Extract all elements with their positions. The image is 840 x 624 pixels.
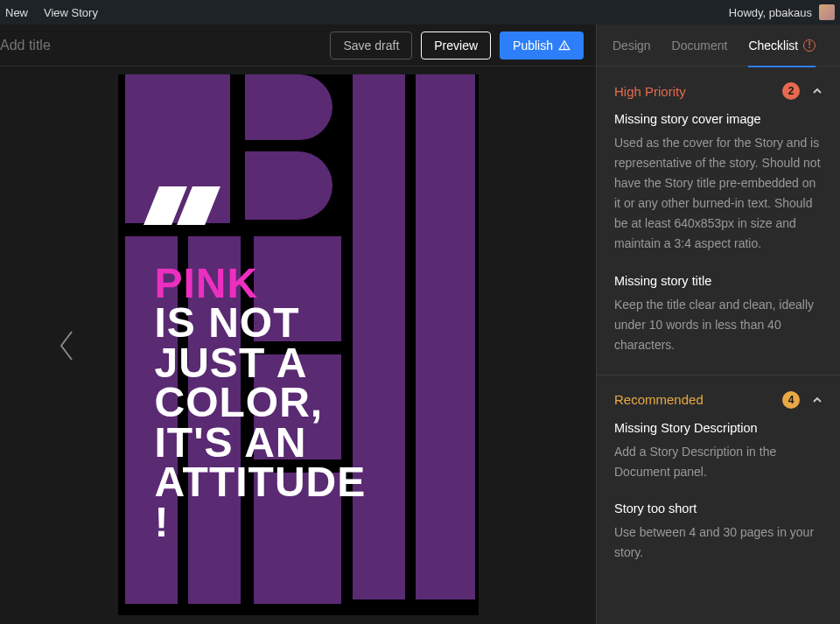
preview-button[interactable]: Preview (421, 32, 491, 60)
tab-design[interactable]: Design (612, 25, 651, 67)
story-canvas[interactable]: PINK IS NOT JUST A COLOR, IT'S AN ATTITU… (118, 74, 479, 615)
svg-point-1 (564, 47, 565, 48)
chevron-up-icon (812, 395, 822, 405)
tab-checklist-label: Checklist (748, 39, 798, 53)
admin-bar: New View Story Howdy, pbakaus (0, 0, 840, 25)
tab-checklist[interactable]: Checklist ! (748, 25, 816, 67)
section-recommended-title: Recommended (614, 392, 704, 407)
issue-desc: Add a Story Description in the Document … (614, 442, 822, 482)
issue-title: Missing Story Description (614, 421, 822, 435)
issue-item: Missing story cover image Used as the co… (597, 112, 840, 274)
story-title-input[interactable] (0, 31, 228, 60)
issue-desc: Use between 4 and 30 pages in your story… (614, 522, 822, 563)
issue-title: Story too short (614, 501, 822, 515)
issue-desc: Used as the cover for the Story and is r… (614, 133, 822, 255)
save-draft-button[interactable]: Save draft (330, 32, 412, 60)
headline-rest: IS NOT JUST A COLOR, IT'S AN ATTITUDE ! (155, 299, 367, 545)
admin-greeting: Howdy, pbakaus (729, 6, 812, 19)
issue-item: Missing story title Keep the title clear… (597, 274, 840, 375)
quote-mark-graphic (151, 186, 213, 225)
prev-page-button[interactable] (54, 328, 79, 363)
section-recommended-toggle[interactable]: Recommended 4 (597, 375, 840, 421)
issue-title: Missing story cover image (614, 112, 822, 126)
issue-item: Story too short Use between 4 and 30 pag… (597, 501, 840, 582)
headline-text[interactable]: PINK IS NOT JUST A COLOR, IT'S AN ATTITU… (155, 263, 367, 543)
alert-icon: ! (803, 39, 816, 52)
editor-header: Save draft Preview Publish (0, 25, 596, 67)
issue-desc: Keep the title clear and clean, ideally … (614, 295, 822, 355)
canvas-area: PINK IS NOT JUST A COLOR, IT'S AN ATTITU… (0, 67, 596, 624)
admin-menu-new[interactable]: New (5, 6, 28, 19)
admin-user-menu[interactable]: Howdy, pbakaus (729, 4, 836, 20)
admin-menu-view-story[interactable]: View Story (44, 6, 98, 19)
issue-title: Missing story title (614, 274, 822, 288)
chevron-up-icon (812, 86, 822, 96)
publish-label: Publish (513, 39, 553, 53)
issue-item: Missing Story Description Add a Story De… (597, 421, 840, 501)
recommended-count-badge: 4 (782, 391, 800, 409)
publish-button[interactable]: Publish (500, 32, 584, 60)
high-priority-count-badge: 2 (782, 82, 800, 100)
headline-pink: PINK (155, 263, 367, 304)
tab-document[interactable]: Document (672, 25, 728, 67)
sidebar-tabs: Design Document Checklist ! (597, 25, 840, 67)
avatar (819, 4, 835, 20)
warning-icon (558, 39, 570, 52)
section-high-priority-title: High Priority (614, 84, 686, 99)
section-high-priority-toggle[interactable]: High Priority 2 (597, 67, 840, 112)
sidebar: Design Document Checklist ! High Priorit… (596, 25, 840, 624)
